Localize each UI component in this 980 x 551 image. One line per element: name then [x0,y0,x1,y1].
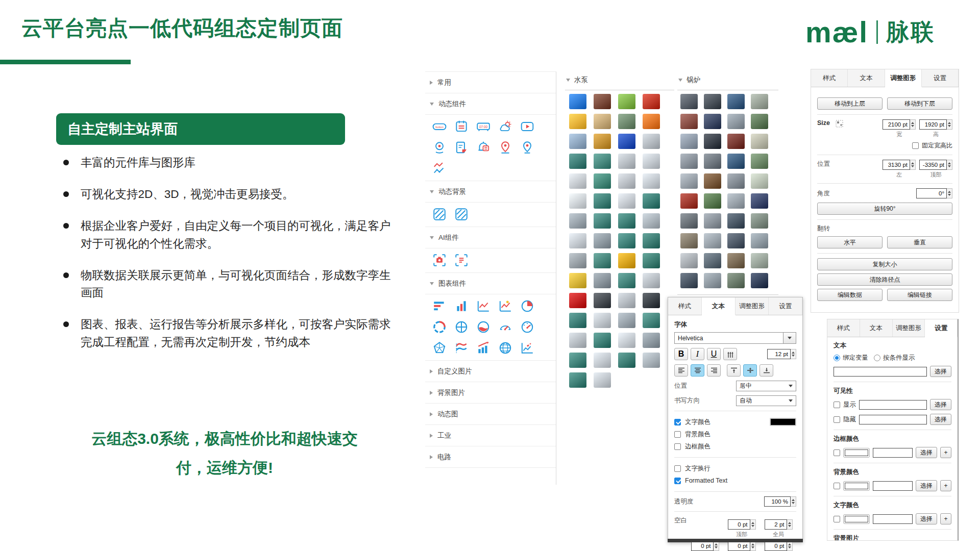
pentagon-radar-icon[interactable] [432,340,447,356]
font-family-select[interactable]: Helvetica [674,332,796,344]
x-position-field[interactable]: 3130 pt [883,160,916,170]
stepper-icon[interactable] [910,160,916,170]
font-color-swatch[interactable] [770,418,796,426]
pump-shape[interactable] [569,273,586,288]
copy-size-button[interactable]: 复制大小 [817,258,952,270]
stepper-icon[interactable] [791,349,796,359]
文字换行-checkbox[interactable] [674,465,681,472]
pump-shape[interactable] [594,213,611,229]
line-chart-icon[interactable] [476,298,491,314]
pie-quadrant-icon[interactable] [454,319,469,335]
pump-shape[interactable] [569,333,586,348]
add-button[interactable]: + [940,513,951,524]
文字颜色-checkbox[interactable] [674,419,681,425]
pump-shape[interactable] [569,372,586,388]
choose-button[interactable]: 选择 [930,414,951,425]
pump-shape[interactable] [594,353,611,368]
choose-button[interactable]: 选择 [930,399,951,410]
map-pin-icon[interactable] [498,140,513,155]
spacing-field[interactable]: 0 pt [765,541,793,551]
palette-section-header[interactable]: 动态图 [425,404,556,425]
pump-shape[interactable] [643,94,660,109]
pump-shape[interactable] [594,293,611,308]
valign-middle-button[interactable] [743,364,757,377]
pump-shape[interactable] [594,313,611,328]
binding-input[interactable] [873,448,913,458]
pump-shape[interactable] [643,333,660,348]
pump-shape[interactable] [594,173,611,189]
palette-section-header[interactable]: 自定义图片 [425,361,556,382]
flip-horizontal-button[interactable]: 水平 [817,236,883,248]
align-center-button[interactable] [691,364,704,377]
pump-shape[interactable] [569,313,586,328]
boiler-shape[interactable] [727,114,745,129]
pump-shape[interactable] [594,193,611,209]
hide-condition-input[interactable] [859,415,927,424]
height-field[interactable]: 1920 pt [919,119,952,130]
pump-shape[interactable] [569,114,586,129]
boiler-section-header[interactable]: 锅炉 [678,76,700,85]
boiler-shape[interactable] [751,94,768,109]
valign-bottom-button[interactable] [760,364,773,377]
enable-checkbox[interactable] [834,449,840,456]
choose-button[interactable]: 选择 [916,513,937,524]
boiler-shape[interactable] [727,273,745,288]
stepper-icon[interactable] [947,188,952,198]
pump-shape[interactable] [618,154,635,169]
pump-shape[interactable] [643,233,660,248]
pump-shape[interactable] [594,333,611,348]
pump-shape[interactable] [569,134,586,149]
underline-button[interactable]: U [707,348,721,360]
boiler-shape[interactable] [704,253,721,268]
binding-input[interactable] [873,481,913,491]
pump-shape[interactable] [643,134,660,149]
tab-调整图形[interactable]: 调整图形 [736,297,769,315]
pump-shape[interactable] [594,114,611,129]
palette-section-header[interactable]: 动态背景 [425,181,556,203]
width-field[interactable]: 2100 pt [883,119,916,130]
italic-button[interactable]: I [691,348,704,360]
pump-shape[interactable] [618,193,635,209]
document-alert-icon[interactable] [454,140,469,155]
boiler-shape[interactable] [751,233,768,248]
boiler-shape[interactable] [704,94,721,109]
pump-shape[interactable] [594,154,611,169]
font-size-field[interactable]: 12 pt [767,349,796,359]
palette-section-header[interactable]: 背景图片 [425,382,556,404]
bind-variable-radio[interactable] [834,355,840,361]
tab-调整图形[interactable]: 调整图形 [885,69,922,87]
pump-shape[interactable] [594,94,611,109]
valign-top-button[interactable] [727,364,741,377]
boiler-shape[interactable] [680,154,698,169]
globe-icon[interactable] [498,340,513,356]
choose-button[interactable]: 选择 [930,366,951,377]
boiler-shape[interactable] [680,134,698,149]
pump-shape[interactable] [594,372,611,388]
pump-shape[interactable] [569,293,586,308]
pump-shape[interactable] [618,313,635,328]
ai-camera-icon[interactable] [432,253,447,268]
calendar-icon[interactable] [454,119,469,134]
pie-icon[interactable] [520,298,535,314]
boiler-shape[interactable] [751,273,768,288]
boiler-shape[interactable] [680,94,698,109]
chevron-down-icon[interactable] [783,333,796,343]
stepper-icon[interactable] [910,119,916,130]
背景颜色-checkbox[interactable] [674,431,681,438]
clear-waypoints-button[interactable]: 清除路径点 [817,273,952,286]
spacing-field[interactable]: 0 pt [728,541,756,551]
palette-section-header[interactable]: 图表组件 [425,273,556,294]
spacing-field[interactable]: 0 pt [728,519,756,530]
palette-section-header[interactable]: AI组件 [425,227,556,248]
boiler-shape[interactable] [704,154,721,169]
boiler-shape[interactable] [680,253,698,268]
boiler-shape[interactable] [704,134,721,149]
variable-input[interactable] [834,367,927,377]
add-button[interactable]: + [940,480,951,491]
edit-data-button[interactable]: 编辑数据 [817,289,883,301]
pump-shape[interactable] [643,273,660,288]
spacing-field[interactable]: 0 pt [691,541,719,551]
tab-文本[interactable]: 文本 [860,319,893,337]
conditional-display-radio[interactable] [874,355,880,361]
show-checkbox[interactable] [834,402,840,408]
